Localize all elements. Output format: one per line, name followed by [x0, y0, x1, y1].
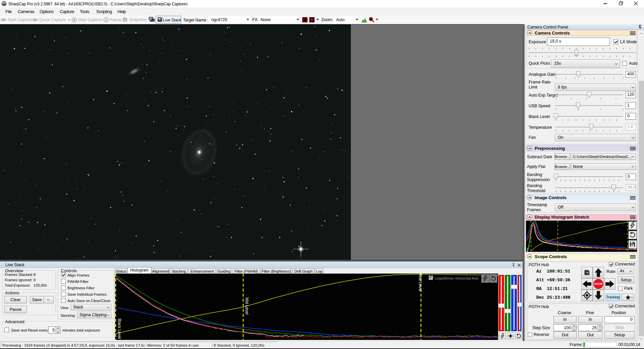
svg-text:White Level: White Level [418, 274, 423, 292]
svg-text:Black Level: Black Level [117, 318, 122, 339]
svg-text:Mid Level: Mid Level [245, 297, 249, 314]
